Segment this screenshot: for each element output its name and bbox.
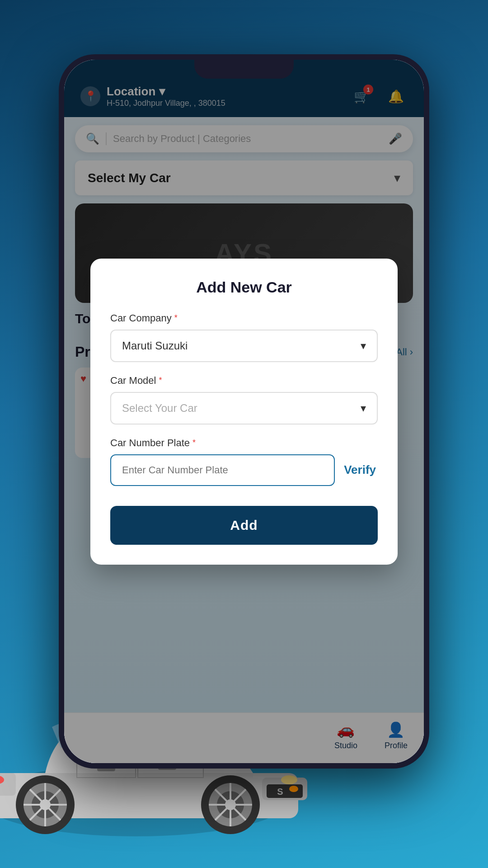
svg-rect-3 — [267, 784, 303, 798]
car-number-input[interactable] — [110, 454, 335, 486]
car-model-required: * — [159, 376, 162, 385]
car-number-label: Car Number Plate * — [110, 437, 378, 449]
car-model-group: Car Model * Select Your Car ▾ — [110, 375, 378, 425]
app-content: 📍 Location ▾ H-510, Jodhpur Village, , 3… — [64, 60, 424, 763]
car-company-select[interactable]: Maruti Suzuki ▾ — [110, 330, 378, 362]
notch — [194, 60, 294, 79]
modal-title: Add New Car — [110, 278, 378, 296]
car-number-label-text: Car Number Plate — [110, 437, 190, 449]
car-model-select[interactable]: Select Your Car ▾ — [110, 392, 378, 425]
car-model-placeholder: Select Your Car — [122, 402, 197, 415]
car-number-required: * — [192, 438, 196, 448]
verify-button[interactable]: Verify — [342, 459, 378, 481]
phone-inner: 📍 Location ▾ H-510, Jodhpur Village, , 3… — [64, 60, 424, 763]
svg-point-26 — [289, 786, 298, 792]
car-company-chevron-icon: ▾ — [361, 340, 366, 352]
svg-point-4 — [281, 775, 297, 784]
add-car-modal: Add New Car Car Company * Maruti Suzuki … — [90, 259, 398, 565]
car-number-group: Car Number Plate * Verify — [110, 437, 378, 486]
car-model-label: Car Model * — [110, 375, 378, 387]
modal-overlay: Add New Car Car Company * Maruti Suzuki … — [64, 60, 424, 763]
car-number-row: Verify — [110, 454, 378, 486]
svg-text:S: S — [277, 787, 283, 797]
svg-rect-5 — [0, 773, 16, 796]
car-model-chevron-icon: ▾ — [361, 402, 366, 415]
car-company-label: Car Company * — [110, 312, 378, 324]
phone-frame: 📍 Location ▾ H-510, Jodhpur Village, , 3… — [59, 54, 429, 769]
car-company-group: Car Company * Maruti Suzuki ▾ — [110, 312, 378, 362]
car-company-value: Maruti Suzuki — [122, 340, 188, 352]
car-company-required: * — [174, 313, 178, 323]
car-model-label-text: Car Model — [110, 375, 156, 387]
add-car-button[interactable]: Add — [110, 506, 378, 545]
car-company-label-text: Car Company — [110, 312, 172, 324]
